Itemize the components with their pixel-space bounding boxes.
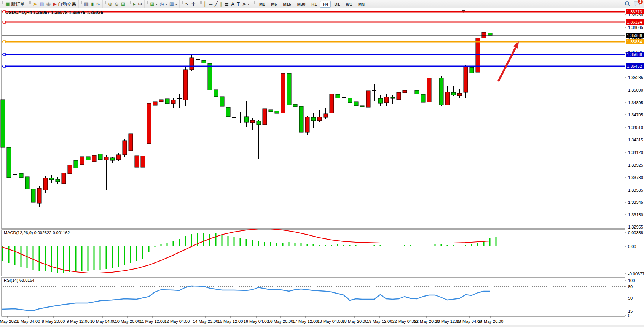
crosshair-button[interactable]: ✛ <box>190 0 197 8</box>
macd-panel[interactable] <box>2 230 625 276</box>
text-button[interactable]: A <box>230 0 236 8</box>
quick-trade-icon: ➤ <box>33 0 37 8</box>
line-chart-icon[interactable]: ∿ <box>95 0 101 8</box>
timeframe-m1-button[interactable]: M1 <box>257 1 268 8</box>
timeframe-m30-button[interactable]: M30 <box>295 1 308 8</box>
equidistant-channel-button[interactable]: ∥ <box>219 0 224 8</box>
vertical-line-button[interactable]: │ <box>202 0 208 8</box>
zoom-in-icon: ⊕ <box>108 0 112 8</box>
new-chart-button[interactable]: ⊞▾ <box>149 0 158 8</box>
autotrade-icon: ▶ <box>53 0 57 8</box>
indicators-button[interactable]: ▦▾ <box>168 0 178 8</box>
price-axis[interactable] <box>625 10 644 316</box>
text-label-icon: T <box>237 0 240 8</box>
new-order-icon: ▣ <box>5 0 10 8</box>
cursor-icon: ↖ <box>185 0 189 8</box>
chart-shift-icon: ↦ <box>138 0 142 8</box>
timeframe-mn-button[interactable]: MN <box>355 1 367 8</box>
chart-window: USDCAD,H4 1.35967 1.35978 1.35875 1.3593… <box>0 8 644 325</box>
timeframe-w1-button[interactable]: W1 <box>343 1 355 8</box>
main-toolbar: ▣新订单➤▥◉▶自动交易▥▮∿⊕⊖⊞▸↦⊞▾◷▾▦▾↖✛│─╱∥≣AT➤▾M1M… <box>0 0 644 9</box>
fibonacci-icon: ≣ <box>225 0 229 8</box>
timeframe-m15-button[interactable]: M15 <box>280 1 293 8</box>
text-label-button[interactable]: T <box>236 0 241 8</box>
quick-trade-button[interactable]: ➤ <box>32 0 38 8</box>
signals-icon: ◉ <box>46 0 51 8</box>
arrows-icon: ➤ <box>242 0 246 8</box>
arrows-button[interactable]: ➤▾ <box>241 0 250 8</box>
time-axis[interactable] <box>2 317 625 325</box>
text-icon: A <box>231 0 234 8</box>
bar-chart-icon[interactable]: ▥ <box>83 0 90 8</box>
tile-windows-icon: ⊞ <box>121 0 125 8</box>
trendline-icon: ╱ <box>215 0 218 8</box>
rsi-panel[interactable] <box>2 277 625 316</box>
timeframe-h1-button[interactable]: H1 <box>309 1 319 8</box>
trendline-button[interactable]: ╱ <box>214 0 219 8</box>
vertical-line-icon: │ <box>204 0 207 8</box>
crosshair-icon: ✛ <box>191 0 196 8</box>
timeframe-h4-button[interactable]: H4 <box>320 1 331 8</box>
bar-chart-icon-icon: ▥ <box>84 0 89 8</box>
indicators-icon: ▦ <box>169 0 174 8</box>
autotrade-button[interactable]: ▶自动交易 <box>52 0 77 8</box>
equidistant-channel-icon: ∥ <box>220 0 223 8</box>
zoom-in-button[interactable]: ⊕ <box>107 0 113 8</box>
dropdown-caret-icon: ▾ <box>175 3 177 6</box>
tile-windows-button[interactable]: ⊞ <box>120 0 126 8</box>
new-order-button[interactable]: ▣新订单 <box>4 0 26 8</box>
timeframe-d1-button[interactable]: D1 <box>332 1 342 8</box>
zoom-out-button[interactable]: ⊖ <box>113 0 120 8</box>
dropdown-caret-icon: ▾ <box>166 3 167 6</box>
search-icon[interactable] <box>625 1 631 8</box>
candlestick-chart-icon[interactable]: ▮ <box>90 0 95 8</box>
chart-shift-button[interactable]: ↦ <box>137 0 143 8</box>
cursor-button[interactable]: ↖ <box>184 0 190 8</box>
auto-scroll-icon: ▸ <box>133 0 136 8</box>
signals-button[interactable]: ◉ <box>45 0 52 8</box>
zoom-out-icon: ⊖ <box>115 0 119 8</box>
dropdown-caret-icon: ▾ <box>156 3 157 6</box>
periods-icon: ◷ <box>159 0 164 8</box>
new-chart-icon: ⊞ <box>150 0 154 8</box>
line-chart-icon-icon: ∿ <box>96 0 100 8</box>
main-chart-area[interactable] <box>2 10 625 229</box>
auto-scroll-button[interactable]: ▸ <box>132 0 137 8</box>
timeframe-m5-button[interactable]: M5 <box>268 1 279 8</box>
horizontal-line-button[interactable]: ─ <box>208 0 214 8</box>
candlestick-chart-icon-icon: ▮ <box>91 0 94 8</box>
fibonacci-button[interactable]: ≣ <box>223 0 230 8</box>
dropdown-caret-icon: ▾ <box>248 3 249 6</box>
chat-icon[interactable]: 1 <box>634 1 640 8</box>
horizontal-line-icon: ─ <box>209 0 212 8</box>
notification-badge: 1 <box>638 0 643 4</box>
periods-button[interactable]: ◷▾ <box>158 0 168 8</box>
toolbar-button-label: 自动交易 <box>58 1 76 8</box>
toolbar-button-label: 新订单 <box>11 1 25 8</box>
terminal-icon: ▥ <box>39 0 44 8</box>
terminal-button[interactable]: ▥ <box>38 0 45 8</box>
